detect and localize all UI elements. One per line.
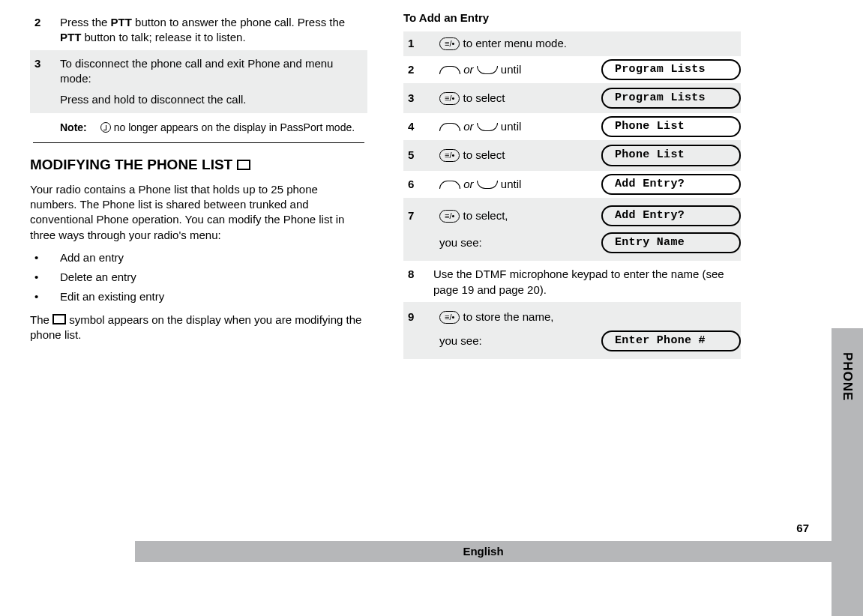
right-column: To Add an Entry 1 ≡/• to enter menu mode… bbox=[403, 10, 741, 359]
proc-step-7-line2: you see: Entry Name bbox=[403, 229, 741, 256]
procedure: 1 ≡/• to enter menu mode. 2 or until Pro… bbox=[403, 31, 741, 359]
step-number: 4 bbox=[403, 119, 429, 134]
step-number: 6 bbox=[403, 177, 429, 192]
step-number: 8 bbox=[403, 267, 433, 298]
step-number: 3 bbox=[30, 56, 60, 108]
text: to store the name, bbox=[460, 310, 553, 323]
step-number: 9 bbox=[403, 309, 429, 324]
note-body: no longer appears on the display in Pass… bbox=[100, 121, 355, 135]
step-body: To disconnect the phone call and exit Ph… bbox=[60, 56, 367, 108]
proc-step-9: 9 ≡/• to store the name, you see: Enter … bbox=[403, 302, 741, 360]
text: no longer appears on the display in Pass… bbox=[111, 121, 355, 133]
menu-button-icon: ≡/• bbox=[439, 37, 460, 50]
proc-step-7: 7 ≡/• to select, Add Entry? you see: Ent… bbox=[403, 198, 741, 262]
proc-step-3: 3 ≡/• to select Program Lists bbox=[403, 83, 741, 113]
side-strip bbox=[832, 426, 863, 616]
list-item: •Add an entry bbox=[30, 250, 367, 265]
text: to select bbox=[460, 148, 505, 161]
display-readout: Program Lists bbox=[601, 88, 741, 109]
you-see-label: you see: bbox=[439, 235, 591, 250]
text: symbol appears on the display when you a… bbox=[30, 313, 361, 341]
step-body: Press the PTT button to answer the phone… bbox=[60, 15, 367, 46]
text: The bbox=[30, 313, 52, 326]
phone-list-icon bbox=[52, 314, 66, 324]
note: Note: no longer appears on the display i… bbox=[30, 121, 366, 135]
display-readout: Phone List bbox=[601, 145, 741, 166]
paragraph: Your radio contains a Phone list that ho… bbox=[30, 182, 367, 243]
step-text: ≡/• to select bbox=[439, 148, 591, 163]
bullet: • bbox=[30, 250, 60, 265]
proc-step-1: 1 ≡/• to enter menu mode. bbox=[403, 31, 741, 55]
section-tab: PHONE bbox=[832, 328, 863, 426]
step-text: ≡/• to enter menu mode. bbox=[439, 36, 741, 51]
step-text: or until bbox=[439, 119, 591, 134]
text: Press the bbox=[60, 16, 111, 28]
step-number: 3 bbox=[403, 91, 429, 106]
phone-list-icon bbox=[237, 160, 250, 170]
down-button-icon bbox=[477, 66, 498, 74]
ptt-label: PTT bbox=[111, 16, 132, 28]
down-button-icon bbox=[477, 181, 498, 189]
left-column: 2 Press the PTT button to answer the pho… bbox=[30, 10, 367, 359]
page: 2 Press the PTT button to answer the pho… bbox=[0, 0, 863, 616]
text: until bbox=[498, 120, 522, 133]
proc-step-5: 5 ≡/• to select Phone List bbox=[403, 140, 741, 170]
proc-step-8: 8 Use the DTMF microphone keypad to ente… bbox=[403, 267, 741, 298]
tab-label: PHONE bbox=[839, 352, 856, 401]
step-number: 1 bbox=[403, 36, 429, 51]
or-text: or bbox=[460, 63, 477, 76]
paragraph: The symbol appears on the display when y… bbox=[30, 312, 367, 343]
step-text: or until bbox=[439, 177, 591, 192]
proc-step-2: 2 or until Program Lists bbox=[403, 56, 741, 83]
text: to select bbox=[460, 91, 505, 104]
step-2: 2 Press the PTT button to answer the pho… bbox=[30, 15, 367, 46]
list-item: •Edit an existing entry bbox=[30, 289, 367, 304]
display-readout: Phone List bbox=[601, 116, 741, 137]
step-3: 3 To disconnect the phone call and exit … bbox=[30, 50, 367, 114]
menu-button-icon: ≡/• bbox=[439, 149, 460, 162]
display-readout: Add Entry? bbox=[601, 205, 741, 226]
up-button-icon bbox=[439, 66, 460, 74]
page-number: 67 bbox=[796, 521, 809, 536]
display-readout: Program Lists bbox=[601, 59, 741, 80]
display-readout: Enter Phone # bbox=[601, 330, 741, 351]
text: Edit an existing entry bbox=[60, 289, 367, 304]
step-number: 5 bbox=[403, 148, 429, 163]
proc-step-9-line2: you see: Enter Phone # bbox=[403, 327, 741, 354]
text: button to answer the phone call. Press t… bbox=[132, 16, 345, 28]
section-divider bbox=[33, 142, 364, 143]
language-bar: English bbox=[135, 541, 863, 562]
proc-step-7-line1: 7 ≡/• to select, Add Entry? bbox=[403, 202, 741, 229]
proc-step-6: 6 or until Add Entry? bbox=[403, 171, 741, 198]
menu-button-icon: ≡/• bbox=[439, 311, 460, 324]
step-text: Use the DTMF microphone keypad to enter … bbox=[433, 267, 741, 298]
text: button to talk; release it to listen. bbox=[81, 31, 245, 43]
proc-step-4: 4 or until Phone List bbox=[403, 113, 741, 140]
section-heading: MODIFYING THE PHONE LIST bbox=[30, 155, 367, 175]
bullet: • bbox=[30, 289, 60, 304]
step-text: or until bbox=[439, 62, 591, 77]
you-see-label: you see: bbox=[439, 333, 591, 348]
step-number: 2 bbox=[30, 15, 60, 46]
down-button-icon bbox=[477, 123, 498, 131]
text: until bbox=[498, 63, 522, 76]
step-number: 7 bbox=[403, 208, 429, 223]
text: until bbox=[498, 178, 522, 190]
proc-step-9-line1: 9 ≡/• to store the name, bbox=[403, 307, 741, 327]
up-button-icon bbox=[439, 123, 460, 131]
or-text: or bbox=[460, 178, 477, 190]
or-text: or bbox=[460, 120, 477, 133]
menu-button-icon: ≡/• bbox=[439, 92, 460, 105]
step-text: ≡/• to select bbox=[439, 91, 591, 106]
text: To disconnect the phone call and exit Ph… bbox=[60, 56, 360, 87]
step-number: 2 bbox=[403, 62, 429, 77]
text: Press and hold to disconnect the call. bbox=[60, 92, 360, 107]
note-label: Note: bbox=[60, 121, 87, 135]
bullet: • bbox=[30, 270, 60, 285]
display-readout: Add Entry? bbox=[601, 174, 741, 195]
step-text: ≡/• to store the name, bbox=[439, 309, 741, 324]
subsection-heading: To Add an Entry bbox=[403, 10, 741, 25]
ptt-label: PTT bbox=[60, 31, 81, 43]
language-bar-cap bbox=[832, 541, 863, 562]
menu-button-icon: ≡/• bbox=[439, 210, 460, 223]
